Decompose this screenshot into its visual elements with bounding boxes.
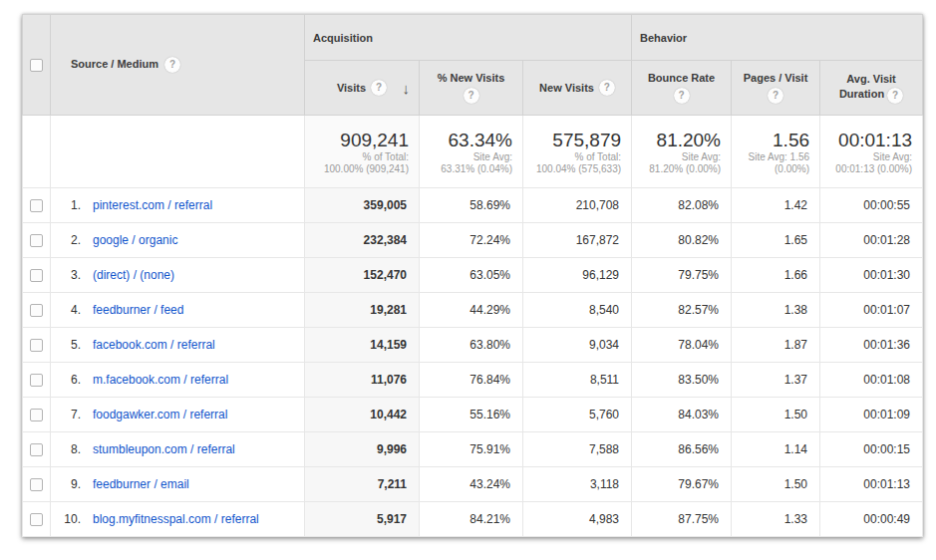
pages-visit-cell: 1.66 <box>732 258 820 293</box>
column-header-pct-new-visits[interactable]: % New Visits ? <box>420 61 523 116</box>
totals-bounce-rate-subline2: 81.20% (0.00%) <box>632 163 721 175</box>
visits-cell: 14,159 <box>305 328 420 363</box>
help-icon[interactable]: ? <box>464 88 479 104</box>
row-checkbox[interactable] <box>30 234 43 247</box>
row-checkbox[interactable] <box>30 269 43 282</box>
new-visits-cell: 3,118 <box>523 467 632 502</box>
column-header-source-medium[interactable]: Source / Medium? <box>51 15 305 116</box>
row-checkbox[interactable] <box>30 339 43 352</box>
table-row: 9.feedburner / email 7,211 43.24% 3,118 … <box>23 467 923 502</box>
row-checkbox[interactable] <box>30 409 43 421</box>
bounce-rate-cell: 86.56% <box>632 432 732 467</box>
pages-visit-cell: 1.42 <box>732 188 820 223</box>
row-checkbox[interactable] <box>30 374 43 387</box>
source-medium-link[interactable]: feedburner / feed <box>93 303 183 317</box>
totals-row: 909,241 % of Total: 100.00% (909,241) 63… <box>23 116 923 188</box>
help-icon[interactable]: ? <box>599 80 615 96</box>
source-medium-link[interactable]: google / organic <box>93 233 177 247</box>
pct-new-visits-cell: 63.05% <box>420 258 523 293</box>
row-rank: 5. <box>57 338 81 352</box>
totals-new-visits-subline2: 100.04% (575,633) <box>523 163 621 175</box>
help-icon[interactable]: ? <box>674 88 690 104</box>
pct-new-visits-cell: 76.84% <box>420 363 523 398</box>
behavior-label: Behavior <box>640 32 687 44</box>
row-checkbox[interactable] <box>30 513 43 526</box>
totals-avg-duration-subline2: 00:01:13 (0.00%) <box>820 163 912 175</box>
select-all-checkbox[interactable] <box>30 59 43 72</box>
source-medium-link[interactable]: stumbleupon.com / referral <box>93 442 235 456</box>
source-medium-label: Source / Medium <box>71 58 158 70</box>
acquisition-label: Acquisition <box>313 32 373 44</box>
row-checkbox[interactable] <box>30 478 43 491</box>
row-rank: 7. <box>57 408 81 421</box>
avg-duration-cell: 00:01:28 <box>820 223 923 258</box>
source-medium-link[interactable]: (direct) / (none) <box>93 268 174 282</box>
row-checkbox[interactable] <box>30 304 43 317</box>
sort-descending-icon[interactable]: ↓ <box>403 80 411 97</box>
source-medium-link[interactable]: m.facebook.com / referral <box>93 373 228 387</box>
totals-visits-subline1: % of Total: <box>305 151 409 163</box>
bounce-rate-cell: 80.82% <box>632 223 732 258</box>
help-icon[interactable]: ? <box>887 88 903 104</box>
source-medium-cell: 2.google / organic <box>51 223 305 258</box>
visits-cell: 11,076 <box>305 363 420 398</box>
column-header-visits[interactable]: Visits? ↓ <box>305 61 420 116</box>
new-visits-cell: 5,760 <box>523 398 632 432</box>
row-checkbox[interactable] <box>30 199 43 212</box>
column-header-avg-duration[interactable]: Avg. Visit Duration ? <box>820 61 923 116</box>
table-row: 5.facebook.com / referral 14,159 63.80% … <box>23 328 923 363</box>
source-medium-link[interactable]: pinterest.com / referral <box>93 198 212 212</box>
pct-new-visits-cell: 44.29% <box>420 293 523 328</box>
table-row: 10.blog.myfitnesspal.com / referral 5,91… <box>23 502 923 537</box>
help-icon[interactable]: ? <box>164 57 180 73</box>
pages-visit-cell: 1.37 <box>732 363 820 398</box>
avg-duration-cell: 00:01:30 <box>820 258 923 293</box>
help-icon[interactable]: ? <box>371 80 387 96</box>
pages-visit-cell: 1.50 <box>732 467 820 502</box>
totals-checkbox-cell <box>23 116 51 188</box>
totals-new-visits-value: 575,879 <box>523 129 621 151</box>
visits-cell: 5,917 <box>305 502 420 537</box>
row-checkbox-cell <box>23 398 51 432</box>
source-medium-link[interactable]: facebook.com / referral <box>93 338 215 352</box>
table-row: 2.google / organic 232,384 72.24% 167,87… <box>23 223 923 258</box>
bounce-rate-cell: 84.03% <box>632 398 732 432</box>
help-icon[interactable]: ? <box>768 88 783 104</box>
avg-duration-cell: 00:01:07 <box>820 293 923 328</box>
bounce-rate-label: Bounce Rate <box>648 72 715 85</box>
source-medium-link[interactable]: blog.myfitnesspal.com / referral <box>93 512 259 526</box>
visits-cell: 7,211 <box>305 467 420 502</box>
bounce-rate-cell: 82.08% <box>632 188 732 223</box>
totals-bounce-rate-cell: 81.20% Site Avg: 81.20% (0.00%) <box>632 116 732 188</box>
new-visits-cell: 210,708 <box>523 188 632 223</box>
row-checkbox[interactable] <box>30 443 43 456</box>
pages-visit-cell: 1.50 <box>732 398 820 432</box>
totals-avg-duration-value: 00:01:13 <box>820 129 912 151</box>
bounce-rate-cell: 83.50% <box>632 363 732 398</box>
row-checkbox-cell <box>23 188 51 223</box>
column-header-bounce-rate[interactable]: Bounce Rate ? <box>632 61 732 116</box>
table-row: 6.m.facebook.com / referral 11,076 76.84… <box>23 363 923 398</box>
source-medium-link[interactable]: feedburner / email <box>93 477 189 491</box>
new-visits-cell: 9,034 <box>523 328 632 363</box>
bounce-rate-cell: 79.75% <box>632 258 732 293</box>
new-visits-cell: 8,511 <box>523 363 632 398</box>
source-medium-cell: 9.feedburner / email <box>51 467 305 502</box>
column-header-pages-visit[interactable]: Pages / Visit ? <box>732 61 820 116</box>
source-medium-cell: 6.m.facebook.com / referral <box>51 363 305 398</box>
source-medium-cell: 4.feedburner / feed <box>51 293 305 328</box>
source-medium-link[interactable]: foodgawker.com / referral <box>93 408 227 421</box>
pct-new-visits-cell: 75.91% <box>420 432 523 467</box>
column-header-new-visits[interactable]: New Visits? <box>523 61 632 116</box>
totals-avg-duration-cell: 00:01:13 Site Avg: 00:01:13 (0.00%) <box>820 116 923 188</box>
pct-new-visits-cell: 43.24% <box>420 467 523 502</box>
source-medium-cell: 8.stumbleupon.com / referral <box>51 432 305 467</box>
row-checkbox-cell <box>23 328 51 363</box>
bounce-rate-cell: 79.67% <box>632 467 732 502</box>
row-rank: 8. <box>57 442 81 456</box>
new-visits-cell: 8,540 <box>523 293 632 328</box>
new-visits-cell: 167,872 <box>523 223 632 258</box>
table-row: 3.(direct) / (none) 152,470 63.05% 96,12… <box>23 258 923 293</box>
visits-label: Visits <box>337 82 366 94</box>
totals-bounce-rate-value: 81.20% <box>632 129 721 151</box>
